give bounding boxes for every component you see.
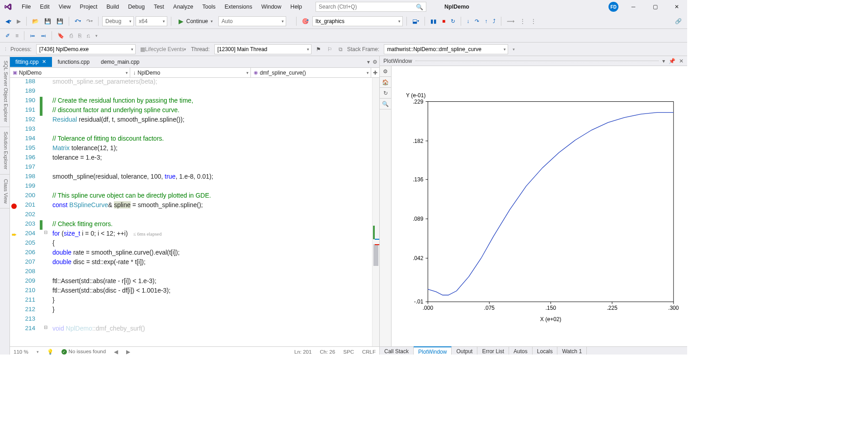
step-into-button[interactable]: ↓ xyxy=(465,17,471,25)
code-line[interactable]: 206 double rate = smooth_spline.curve().… xyxy=(10,249,379,258)
menu-edit[interactable]: Edit xyxy=(35,2,54,12)
bottom-tab[interactable]: Error List xyxy=(477,347,509,355)
code-line[interactable]: 198 smooth_spline(residual, tolerance, 1… xyxy=(10,173,379,182)
live-share-icon[interactable]: 🔗 xyxy=(673,17,684,25)
code-editor[interactable]: 188 smooth_spline.set_parameters(beta);1… xyxy=(10,78,379,346)
user-badge[interactable]: FD xyxy=(609,2,618,12)
panel-pin-icon[interactable]: 📌 xyxy=(669,58,675,64)
breakpoint-icon[interactable] xyxy=(11,204,17,209)
menu-analyze[interactable]: Analyze xyxy=(169,2,198,12)
save-all-icon[interactable]: 💾 xyxy=(55,17,65,25)
menu-help[interactable]: Help xyxy=(286,2,307,12)
plot-refresh-icon[interactable]: ↻ xyxy=(380,88,391,99)
code-line[interactable]: 189 xyxy=(10,87,379,97)
forward-button[interactable]: ▶ xyxy=(15,17,23,25)
vertical-scrollbar[interactable] xyxy=(372,78,379,346)
file-tab[interactable]: fitting.cpp✕ xyxy=(10,57,52,67)
code-line[interactable]: 203 // Check fitting errors. xyxy=(10,220,379,230)
code-line[interactable]: 211 } xyxy=(10,296,379,306)
stop-button[interactable]: ■ xyxy=(440,17,447,25)
code-line[interactable]: ➨204⊟ for (size_t i = 0; i < 12; ++i)≤ 6… xyxy=(10,230,379,239)
code-line[interactable]: 205 { xyxy=(10,239,379,249)
continue-button[interactable]: ▶ Continue ▾ xyxy=(175,17,217,26)
menu-project[interactable]: Project xyxy=(75,2,102,12)
lifecycle-icon[interactable]: ▦ Lifecycle Events ▾ xyxy=(138,45,189,53)
code-line[interactable]: 208 xyxy=(10,268,379,277)
plot-area[interactable]: -.01.042.089.136.182.229.000.075.150.225… xyxy=(392,66,687,346)
link-icon[interactable]: ⧉ xyxy=(337,45,344,53)
stackframe-combo[interactable]: mathwrist::NplDemo::dmf_spline_curve xyxy=(384,44,508,54)
config-combo[interactable]: Debug xyxy=(102,16,134,26)
code-line[interactable]: 191 // discount factor and underlying sp… xyxy=(10,106,379,116)
code-line[interactable]: 195 Matrix tolerance(12, 1); xyxy=(10,144,379,154)
close-button[interactable]: ✕ xyxy=(670,2,684,12)
back-button[interactable]: ◀▾ xyxy=(4,17,13,25)
code-line[interactable]: 209 ftl::Assert(std::abs(rate - r[i]) < … xyxy=(10,277,379,287)
maximize-button[interactable]: ▢ xyxy=(648,2,662,12)
plot-zoom-icon[interactable]: 🔍 xyxy=(380,99,391,109)
code-line[interactable]: 202 xyxy=(10,211,379,220)
bottom-tab[interactable]: Output xyxy=(452,347,477,355)
tb2-icon-6[interactable]: ⎙ xyxy=(68,32,75,40)
panel-dropdown-icon[interactable]: ▾ xyxy=(662,58,665,64)
debug-tool-1[interactable]: ⬓▾ xyxy=(410,17,421,25)
step-over-button[interactable]: ↷ xyxy=(473,17,481,25)
save-icon[interactable]: 💾 xyxy=(42,17,53,25)
plot-settings-icon[interactable]: ⚙ xyxy=(380,66,391,77)
bottom-tab[interactable]: PlotWindow xyxy=(414,346,452,355)
menu-debug[interactable]: Debug xyxy=(123,2,149,12)
debug-extra-2[interactable]: ⋮ xyxy=(518,17,527,25)
search-input[interactable] xyxy=(319,4,416,10)
nav-scope[interactable]: ▣NplDemo xyxy=(10,68,130,77)
menu-tools[interactable]: Tools xyxy=(198,2,220,12)
code-line[interactable]: 194 // Tolerance of fitting to discount … xyxy=(10,135,379,144)
menu-test[interactable]: Test xyxy=(149,2,169,12)
undo-button[interactable]: ↶▾ xyxy=(73,17,83,25)
bottom-tab[interactable]: Watch 1 xyxy=(557,347,587,355)
code-line[interactable]: 201 const BSplineCurve& spline = smooth_… xyxy=(10,201,379,211)
panel-close-icon[interactable]: ✕ xyxy=(679,58,684,64)
thread-combo[interactable]: [12300] Main Thread xyxy=(214,44,311,54)
file-tab[interactable]: demo_main.cpp xyxy=(95,57,145,67)
menu-extensions[interactable]: Extensions xyxy=(220,2,257,12)
tb2-icon-8[interactable]: ⎌ xyxy=(85,32,92,40)
tab-dropdown-icon[interactable]: ▾ xyxy=(367,59,370,65)
tb2-icon-4[interactable]: ≕ xyxy=(39,32,48,40)
code-line[interactable]: 193 xyxy=(10,125,379,135)
tb2-icon-7[interactable]: ⎘ xyxy=(76,32,83,40)
code-line[interactable]: 207 double disc = std::exp(-rate * t[i])… xyxy=(10,258,379,268)
redo-button[interactable]: ↷▾ xyxy=(85,17,94,25)
menu-build[interactable]: Build xyxy=(102,2,123,12)
side-tab[interactable]: SQL Server Object Explorer xyxy=(0,56,9,127)
code-line[interactable]: 210 ftl::Assert(std::abs(disc - df[i]) <… xyxy=(10,287,379,296)
code-line[interactable]: 200 // This spline curve object can be d… xyxy=(10,192,379,201)
zoom-level[interactable]: 110 % xyxy=(14,349,28,355)
debug-extra-1[interactable]: ⟿ xyxy=(505,17,516,25)
minimize-button[interactable]: ─ xyxy=(627,2,640,12)
tb2-icon-3[interactable]: ≔ xyxy=(28,32,37,40)
tab-settings-icon[interactable]: ⚙ xyxy=(373,59,377,65)
side-tab[interactable]: Class View xyxy=(0,175,9,208)
code-line[interactable]: 213 xyxy=(10,315,379,325)
restart-button[interactable]: ↻ xyxy=(449,17,457,25)
side-tab[interactable]: Solution Explorer xyxy=(0,127,9,175)
code-line[interactable]: 214⊟ void NplDemo::dmf_cheby_surf() xyxy=(10,325,379,334)
code-line[interactable]: 199 xyxy=(10,182,379,192)
bottom-tab[interactable]: Call Stack xyxy=(380,347,414,355)
process-combo[interactable]: [7436] NplDemo.exe xyxy=(36,44,136,54)
code-line[interactable]: 196 tolerance = 1.e-3; xyxy=(10,154,379,163)
menu-file[interactable]: File xyxy=(17,2,35,12)
bottom-tab[interactable]: Locals xyxy=(533,347,558,355)
nav-class[interactable]: ↓NplDemo xyxy=(130,68,250,77)
menu-view[interactable]: View xyxy=(54,2,75,12)
menu-window[interactable]: Window xyxy=(257,2,286,12)
open-file-icon[interactable]: 📂 xyxy=(30,17,41,25)
flag-icon-2[interactable]: ⚐ xyxy=(326,45,334,53)
code-line[interactable]: 212 } xyxy=(10,306,379,315)
bottom-tab[interactable]: Autos xyxy=(509,347,533,355)
pause-button[interactable]: ▮▮ xyxy=(429,17,439,25)
file-tab[interactable]: functions.cpp xyxy=(52,57,95,67)
close-tab-icon[interactable]: ✕ xyxy=(42,59,46,65)
plot-home-icon[interactable]: 🏠 xyxy=(380,77,391,88)
step-out-button[interactable]: ↑ xyxy=(483,17,489,25)
